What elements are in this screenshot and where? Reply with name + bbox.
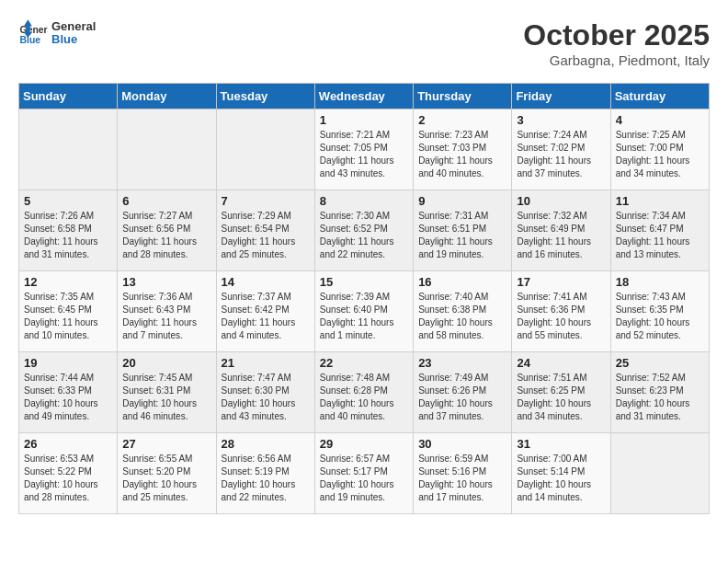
calendar-cell: 3 Sunrise: 7:24 AMSunset: 7:02 PMDayligh… — [512, 109, 610, 190]
day-number: 17 — [517, 275, 605, 289]
weekday-header-tuesday: Tuesday — [216, 84, 314, 109]
calendar-table: SundayMondayTuesdayWednesdayThursdayFrid… — [18, 83, 710, 514]
day-number: 2 — [418, 113, 506, 127]
day-number: 31 — [517, 437, 605, 451]
day-number: 10 — [517, 194, 605, 208]
logo: General Blue General Blue — [18, 18, 96, 48]
weekday-header-saturday: Saturday — [610, 84, 709, 109]
title-block: October 2025 Garbagna, Piedmont, Italy — [523, 18, 710, 68]
day-number: 20 — [122, 356, 210, 370]
day-info: Sunrise: 7:52 AMSunset: 6:23 PMDaylight:… — [616, 372, 704, 423]
page-header: General Blue General Blue October 2025 G… — [18, 18, 710, 68]
calendar-cell: 21 Sunrise: 7:47 AMSunset: 6:30 PMDaylig… — [216, 352, 314, 433]
calendar-cell — [216, 109, 314, 190]
weekday-header-friday: Friday — [512, 84, 610, 109]
day-info: Sunrise: 7:40 AMSunset: 6:38 PMDaylight:… — [418, 291, 506, 342]
calendar-cell: 19 Sunrise: 7:44 AMSunset: 6:33 PMDaylig… — [19, 352, 118, 433]
day-number: 15 — [320, 275, 408, 289]
day-number: 1 — [320, 113, 408, 127]
calendar-cell: 20 Sunrise: 7:45 AMSunset: 6:31 PMDaylig… — [118, 352, 216, 433]
day-number: 16 — [418, 275, 506, 289]
day-info: Sunrise: 7:27 AMSunset: 6:56 PMDaylight:… — [122, 210, 210, 261]
calendar-cell: 7 Sunrise: 7:29 AMSunset: 6:54 PMDayligh… — [216, 190, 314, 271]
calendar-cell — [19, 109, 118, 190]
calendar-cell: 31 Sunrise: 7:00 AMSunset: 5:14 PMDaylig… — [512, 433, 610, 514]
week-row-2: 5 Sunrise: 7:26 AMSunset: 6:58 PMDayligh… — [19, 190, 710, 271]
day-number: 29 — [320, 437, 408, 451]
calendar-cell — [610, 433, 709, 514]
calendar-cell: 2 Sunrise: 7:23 AMSunset: 7:03 PMDayligh… — [414, 109, 512, 190]
calendar-cell: 4 Sunrise: 7:25 AMSunset: 7:00 PMDayligh… — [610, 109, 709, 190]
calendar-cell: 25 Sunrise: 7:52 AMSunset: 6:23 PMDaylig… — [610, 352, 709, 433]
day-info: Sunrise: 7:00 AMSunset: 5:14 PMDaylight:… — [517, 453, 605, 504]
day-info: Sunrise: 7:44 AMSunset: 6:33 PMDaylight:… — [24, 372, 112, 423]
day-info: Sunrise: 7:47 AMSunset: 6:30 PMDaylight:… — [222, 372, 310, 423]
day-number: 30 — [418, 437, 506, 451]
calendar-cell: 10 Sunrise: 7:32 AMSunset: 6:49 PMDaylig… — [512, 190, 610, 271]
month-title: October 2025 — [523, 18, 710, 52]
calendar-cell: 24 Sunrise: 7:51 AMSunset: 6:25 PMDaylig… — [512, 352, 610, 433]
day-number: 19 — [24, 356, 112, 370]
calendar-cell: 14 Sunrise: 7:37 AMSunset: 6:42 PMDaylig… — [216, 271, 314, 352]
day-number: 28 — [222, 437, 310, 451]
day-info: Sunrise: 7:45 AMSunset: 6:31 PMDaylight:… — [122, 372, 210, 423]
day-info: Sunrise: 7:30 AMSunset: 6:52 PMDaylight:… — [320, 210, 408, 261]
calendar-cell: 9 Sunrise: 7:31 AMSunset: 6:51 PMDayligh… — [414, 190, 512, 271]
weekday-header-sunday: Sunday — [19, 84, 118, 109]
day-info: Sunrise: 7:25 AMSunset: 7:00 PMDaylight:… — [616, 129, 704, 180]
day-number: 18 — [616, 275, 704, 289]
day-info: Sunrise: 6:55 AMSunset: 5:20 PMDaylight:… — [122, 453, 210, 504]
day-info: Sunrise: 6:53 AMSunset: 5:22 PMDaylight:… — [24, 453, 112, 504]
logo-blue: Blue — [51, 33, 96, 46]
week-row-4: 19 Sunrise: 7:44 AMSunset: 6:33 PMDaylig… — [19, 352, 710, 433]
day-number: 4 — [616, 113, 704, 127]
day-number: 5 — [24, 194, 112, 208]
calendar-cell: 18 Sunrise: 7:43 AMSunset: 6:35 PMDaylig… — [610, 271, 709, 352]
day-number: 12 — [24, 275, 112, 289]
calendar-cell: 6 Sunrise: 7:27 AMSunset: 6:56 PMDayligh… — [118, 190, 216, 271]
calendar-cell: 30 Sunrise: 6:59 AMSunset: 5:16 PMDaylig… — [414, 433, 512, 514]
calendar-cell: 22 Sunrise: 7:48 AMSunset: 6:28 PMDaylig… — [314, 352, 413, 433]
calendar-cell: 12 Sunrise: 7:35 AMSunset: 6:45 PMDaylig… — [19, 271, 118, 352]
day-info: Sunrise: 7:51 AMSunset: 6:25 PMDaylight:… — [517, 372, 605, 423]
weekday-header-wednesday: Wednesday — [314, 84, 413, 109]
calendar-cell: 16 Sunrise: 7:40 AMSunset: 6:38 PMDaylig… — [414, 271, 512, 352]
day-number: 3 — [517, 113, 605, 127]
day-number: 27 — [122, 437, 210, 451]
day-info: Sunrise: 6:57 AMSunset: 5:17 PMDaylight:… — [320, 453, 408, 504]
logo-general: General — [51, 20, 96, 33]
day-number: 7 — [222, 194, 310, 208]
day-number: 11 — [616, 194, 704, 208]
day-info: Sunrise: 7:23 AMSunset: 7:03 PMDaylight:… — [418, 129, 506, 180]
week-row-3: 12 Sunrise: 7:35 AMSunset: 6:45 PMDaylig… — [19, 271, 710, 352]
weekday-header-monday: Monday — [118, 84, 216, 109]
calendar-cell: 8 Sunrise: 7:30 AMSunset: 6:52 PMDayligh… — [314, 190, 413, 271]
week-row-1: 1 Sunrise: 7:21 AMSunset: 7:05 PMDayligh… — [19, 109, 710, 190]
day-number: 6 — [122, 194, 210, 208]
day-number: 24 — [517, 356, 605, 370]
day-number: 21 — [222, 356, 310, 370]
day-number: 25 — [616, 356, 704, 370]
weekday-header-thursday: Thursday — [414, 84, 512, 109]
calendar-cell: 5 Sunrise: 7:26 AMSunset: 6:58 PMDayligh… — [19, 190, 118, 271]
day-number: 26 — [24, 437, 112, 451]
day-number: 13 — [122, 275, 210, 289]
calendar-cell: 13 Sunrise: 7:36 AMSunset: 6:43 PMDaylig… — [118, 271, 216, 352]
day-info: Sunrise: 7:24 AMSunset: 7:02 PMDaylight:… — [517, 129, 605, 180]
calendar-cell — [118, 109, 216, 190]
svg-text:General: General — [20, 25, 48, 35]
day-number: 8 — [320, 194, 408, 208]
day-info: Sunrise: 7:29 AMSunset: 6:54 PMDaylight:… — [222, 210, 310, 261]
calendar-cell: 11 Sunrise: 7:34 AMSunset: 6:47 PMDaylig… — [610, 190, 709, 271]
day-info: Sunrise: 7:21 AMSunset: 7:05 PMDaylight:… — [320, 129, 408, 180]
day-info: Sunrise: 7:31 AMSunset: 6:51 PMDaylight:… — [418, 210, 506, 261]
day-number: 14 — [222, 275, 310, 289]
calendar-cell: 17 Sunrise: 7:41 AMSunset: 6:36 PMDaylig… — [512, 271, 610, 352]
day-info: Sunrise: 7:26 AMSunset: 6:58 PMDaylight:… — [24, 210, 112, 261]
day-info: Sunrise: 7:32 AMSunset: 6:49 PMDaylight:… — [517, 210, 605, 261]
day-info: Sunrise: 7:39 AMSunset: 6:40 PMDaylight:… — [320, 291, 408, 342]
calendar-cell: 1 Sunrise: 7:21 AMSunset: 7:05 PMDayligh… — [314, 109, 413, 190]
calendar-cell: 28 Sunrise: 6:56 AMSunset: 5:19 PMDaylig… — [216, 433, 314, 514]
calendar-cell: 23 Sunrise: 7:49 AMSunset: 6:26 PMDaylig… — [414, 352, 512, 433]
day-number: 9 — [418, 194, 506, 208]
